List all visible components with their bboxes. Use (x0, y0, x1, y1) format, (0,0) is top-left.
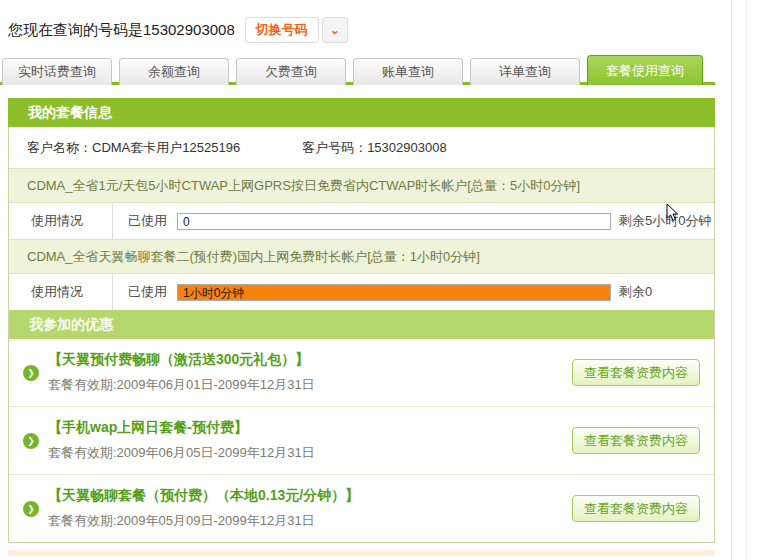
package-info-panel: 客户名称：CDMA套卡用户12525196 客户号码：15302903008 C… (8, 127, 715, 543)
next-section-edge (8, 550, 715, 556)
usage-progress-bar: 0 (177, 213, 611, 230)
customer-name-label: 客户名称： (27, 139, 92, 157)
customer-name-value: CDMA套卡用户12525196 (92, 139, 240, 157)
package-usage-row: 使用情况 已使用 1小时0分钟 剩余0 (9, 274, 714, 310)
promotion-item: ❯ 【手机wap上网日套餐-预付费】 套餐有效期:2009年06月05日-209… (9, 407, 714, 475)
chevron-right-icon: ❯ (23, 433, 39, 449)
promotion-title: 【天翼预付费畅聊（激活送300元礼包）】 (48, 351, 572, 369)
used-label: 已使用 (128, 212, 167, 230)
page-seam-line (746, 0, 747, 560)
section-title-my-packages: 我的套餐信息 (8, 98, 715, 127)
promotion-validity: 套餐有效期:2009年05月09日-2099年12月31日 (48, 512, 572, 530)
remaining-text: 剩余0 (619, 283, 652, 301)
tab-realtime-fee[interactable]: 实时话费查询 (2, 58, 112, 85)
tab-detail-bill[interactable]: 详单查询 (470, 58, 580, 85)
promotion-title: 【天翼畅聊套餐（预付费）（本地0.13元/分钟）】 (48, 487, 572, 505)
section-title-my-promotions: 我参加的优惠 (9, 310, 714, 339)
promotion-validity: 套餐有效期:2009年06月05日-2099年12月31日 (48, 444, 572, 462)
usage-status-label: 使用情况 (9, 203, 113, 239)
usage-progress-bar: 1小时0分钟 (177, 284, 611, 301)
tab-bill[interactable]: 账单查询 (353, 58, 463, 85)
customer-number-label: 客户号码： (302, 140, 367, 155)
chevron-down-icon[interactable]: ⌄ (322, 17, 348, 43)
promotion-item: ❯ 【天翼预付费畅聊（激活送300元礼包）】 套餐有效期:2009年06月01日… (9, 339, 714, 407)
usage-status-label: 使用情况 (9, 274, 113, 310)
query-header: 您现在查询的号码是15302903008 切换号码 ⌄ (0, 0, 763, 46)
chevron-right-icon: ❯ (23, 501, 39, 517)
page-seam-line (731, 0, 732, 560)
tab-arrears[interactable]: 欠费查询 (236, 58, 346, 85)
view-package-fee-button[interactable]: 查看套餐资费内容 (572, 359, 700, 386)
promotion-validity: 套餐有效期:2009年06月01日-2099年12月31日 (48, 376, 572, 394)
view-package-fee-button[interactable]: 查看套餐资费内容 (572, 495, 700, 522)
tab-balance[interactable]: 余额查询 (119, 58, 229, 85)
used-label: 已使用 (128, 283, 167, 301)
promotion-item: ❯ 【天翼畅聊套餐（预付费）（本地0.13元/分钟）】 套餐有效期:2009年0… (9, 475, 714, 542)
package-name-row: CDMA_全省天翼畅聊套餐二(预付费)国内上网免费时长帐户[总量：1小时0分钟] (9, 239, 714, 274)
customer-number-value: 15302903008 (367, 140, 447, 155)
view-package-fee-button[interactable]: 查看套餐资费内容 (572, 427, 700, 454)
usage-progress-text: 0 (183, 214, 190, 230)
usage-progress-text: 1小时0分钟 (183, 285, 244, 301)
promotion-title: 【手机wap上网日套餐-预付费】 (48, 419, 572, 437)
tab-package-usage[interactable]: 套餐使用查询 (587, 55, 703, 85)
chevron-right-icon: ❯ (23, 365, 39, 381)
package-usage-row: 使用情况 已使用 0 剩余5小时0分钟 (9, 203, 714, 239)
current-number-text: 您现在查询的号码是15302903008 (8, 21, 235, 40)
query-tab-bar: 实时话费查询 余额查询 欠费查询 账单查询 详单查询 套餐使用查询 (0, 55, 715, 85)
customer-info-row: 客户名称：CDMA套卡用户12525196 客户号码：15302903008 (9, 127, 714, 168)
switch-number-button[interactable]: 切换号码 (245, 17, 319, 43)
package-name-row: CDMA_全省1元/天包5小时CTWAP上网GPRS按日免费省内CTWAP时长帐… (9, 168, 714, 203)
mouse-cursor (666, 203, 679, 226)
